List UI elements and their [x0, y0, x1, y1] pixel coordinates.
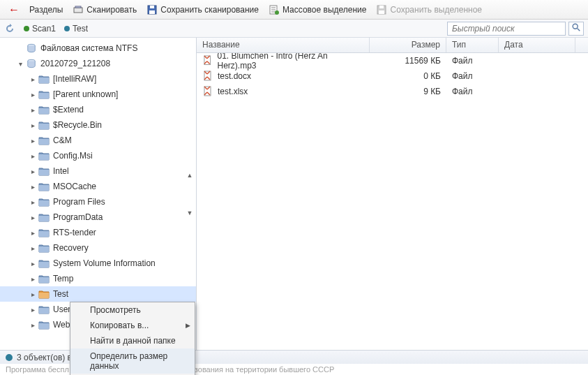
- tree-item-label: MSOCache: [53, 182, 96, 191]
- tab-bar: Scan1 Test: [0, 20, 588, 38]
- mass-select-button[interactable]: Массовое выделение: [264, 2, 371, 17]
- tree-item-label: Web: [53, 320, 70, 330]
- file-icon: [202, 86, 213, 97]
- tree-item-test[interactable]: ▸Test: [0, 286, 196, 302]
- tab-test-label: Test: [73, 24, 88, 34]
- footer-left: Программа беспл: [6, 365, 69, 374]
- scroll-down-icon[interactable]: ▼: [185, 208, 195, 218]
- tab-test[interactable]: Test: [64, 24, 88, 34]
- back-button[interactable]: ←: [4, 2, 24, 17]
- context-menu: ПросмотретьКопировать в...▶Найти в данно…: [70, 302, 195, 375]
- svg-line-11: [578, 29, 580, 31]
- refresh-icon[interactable]: [4, 23, 15, 34]
- sections-button[interactable]: Разделы: [25, 3, 67, 17]
- tree-item-programdata[interactable]: ▸ProgramData: [0, 209, 196, 225]
- chevron-icon[interactable]: ▸: [28, 291, 38, 298]
- tree-item-c-m[interactable]: ▸C&M: [0, 133, 196, 148]
- chevron-icon[interactable]: ▸: [28, 244, 38, 252]
- chevron-icon[interactable]: ▸: [28, 168, 38, 175]
- file-row[interactable]: test.xlsx9 КБФайл: [197, 84, 588, 99]
- tree-item-label: Test: [53, 289, 68, 299]
- main-toolbar: ← Разделы Сканировать Сохранить сканиров…: [0, 0, 588, 20]
- tree-item--parent-unknown-[interactable]: ▸[Parent unknown]: [0, 87, 196, 102]
- chevron-icon[interactable]: ▸: [28, 75, 38, 83]
- svg-rect-0: [74, 8, 82, 13]
- tree-item-msocache[interactable]: ▸MSOCache: [0, 179, 196, 194]
- chevron-icon[interactable]: ▸: [28, 260, 38, 267]
- tree-item-program-files[interactable]: ▸Program Files: [0, 194, 196, 209]
- mass-select-icon: [269, 4, 280, 15]
- scanner-icon: [73, 4, 84, 15]
- floppy-disabled-icon: [376, 4, 387, 15]
- file-name: test.docx: [218, 71, 251, 81]
- col-type[interactable]: Тип: [446, 38, 499, 52]
- col-size[interactable]: Размер: [370, 38, 446, 52]
- col-name[interactable]: Название: [197, 38, 370, 52]
- svg-rect-9: [379, 10, 384, 14]
- tree-item-system-volume-information[interactable]: ▸System Volume Information: [0, 256, 196, 271]
- col-date[interactable]: Дата: [499, 38, 575, 52]
- chevron-icon[interactable]: ▸: [28, 122, 38, 129]
- save-scan-button[interactable]: Сохранить сканирование: [142, 2, 263, 17]
- file-list[interactable]: 01. Blumchen - Intro (Herz An Herz).mp31…: [197, 53, 588, 350]
- ctx-item-1[interactable]: Копировать в...▶: [70, 318, 195, 333]
- search-area: [447, 22, 584, 36]
- chevron-icon[interactable]: ▸: [28, 321, 38, 329]
- ctx-item-3[interactable]: Определить размер данных: [70, 348, 195, 374]
- tree-item-label: Файловая система NTFS: [40, 43, 137, 53]
- tab-scan1[interactable]: Scan1: [24, 24, 56, 34]
- file-row[interactable]: test.docx0 КБФайл: [197, 68, 588, 84]
- scan-label: Сканировать: [86, 5, 137, 15]
- tree-snapshot[interactable]: ▾20120729_121208: [0, 56, 196, 71]
- chevron-icon[interactable]: ▸: [28, 183, 38, 191]
- tree-item-temp[interactable]: ▸Temp: [0, 271, 196, 286]
- file-type: Файл: [446, 56, 499, 66]
- search-button[interactable]: [568, 22, 584, 36]
- tree-item-intel[interactable]: ▸Intel: [0, 163, 196, 179]
- tree-scroll: ▲ ▼: [185, 170, 195, 218]
- tree-item-label: Config.Msi: [53, 151, 93, 161]
- file-row[interactable]: 01. Blumchen - Intro (Herz An Herz).mp31…: [197, 53, 588, 68]
- tree-item-rts-tender[interactable]: ▸RTS-tender: [0, 225, 196, 240]
- chevron-icon[interactable]: ▸: [28, 198, 38, 206]
- folder-icon: [38, 242, 50, 253]
- folder-icon: [38, 288, 50, 300]
- scan-button[interactable]: Сканировать: [68, 2, 141, 17]
- tree-item--recycle-bin[interactable]: ▸$Recycle.Bin: [0, 117, 196, 133]
- submenu-arrow-icon: ▶: [186, 322, 190, 329]
- chevron-icon[interactable]: ▸: [28, 275, 38, 283]
- status-dot-cyan-icon: [64, 26, 70, 31]
- folder-icon: [38, 227, 50, 238]
- chevron-icon[interactable]: ▸: [28, 229, 38, 237]
- folder-icon: [38, 304, 50, 315]
- chevron-icon[interactable]: ▸: [28, 137, 38, 145]
- folder-icon: [38, 166, 50, 177]
- floppy-icon: [146, 4, 158, 15]
- search-input[interactable]: [447, 22, 566, 36]
- folder-icon: [38, 319, 50, 330]
- ctx-item-2[interactable]: Найти в данной папке: [70, 333, 195, 348]
- chevron-icon[interactable]: ▸: [28, 306, 38, 314]
- tree-item--intelliraw-[interactable]: ▸[IntelliRAW]: [0, 71, 196, 87]
- ctx-item-0[interactable]: Просмотреть: [70, 302, 195, 318]
- tree-item-label: $Extend: [53, 105, 84, 115]
- file-icon: [202, 71, 213, 82]
- tree-item-recovery[interactable]: ▸Recovery: [0, 240, 196, 256]
- chevron-icon[interactable]: ▸: [28, 214, 38, 221]
- file-name: 01. Blumchen - Intro (Herz An Herz).mp3: [217, 53, 364, 71]
- folder-icon: [25, 43, 38, 54]
- folder-icon: [38, 119, 50, 131]
- tree-item--extend[interactable]: ▸$Extend: [0, 102, 196, 117]
- scroll-up-icon[interactable]: ▲: [185, 170, 195, 180]
- save-selected-button: Сохранить выделенное: [372, 2, 486, 17]
- chevron-icon[interactable]: ▸: [28, 91, 38, 98]
- chevron-icon[interactable]: ▸: [28, 152, 38, 160]
- tree-item-label: Program Files: [53, 197, 105, 207]
- chevron-icon[interactable]: ▾: [15, 60, 25, 68]
- status-dot-green-icon: [24, 26, 29, 31]
- tree-item-config-msi[interactable]: ▸Config.Msi: [0, 148, 196, 163]
- chevron-icon[interactable]: ▸: [28, 106, 38, 114]
- folder-icon: [38, 135, 50, 146]
- tree-item-label: 20120729_121208: [40, 59, 110, 68]
- tree-root[interactable]: Файловая система NTFS: [0, 41, 196, 56]
